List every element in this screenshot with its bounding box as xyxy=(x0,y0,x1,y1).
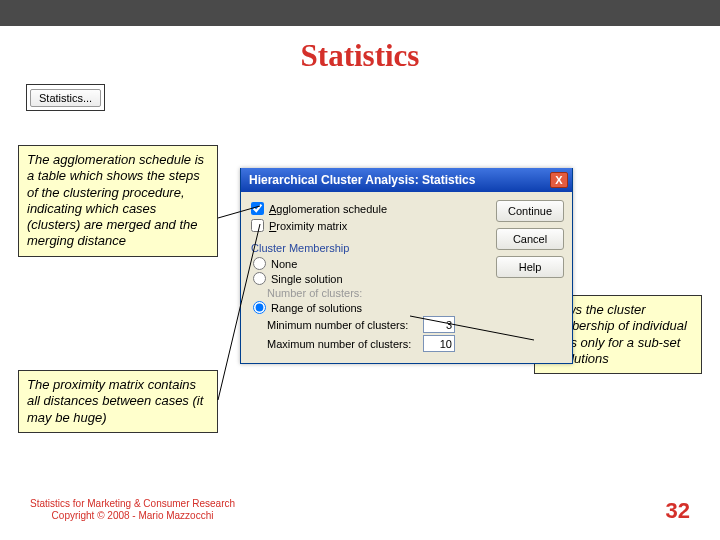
checkbox-agglomeration[interactable] xyxy=(251,202,264,215)
dialog-title-text: Hierarchical Cluster Analysis: Statistic… xyxy=(249,173,475,187)
input-max-clusters[interactable] xyxy=(423,335,455,352)
footer-copyright: Statistics for Marketing & Consumer Rese… xyxy=(30,498,235,522)
label-proximity: Proximity matrix xyxy=(269,220,347,232)
dialog-hierarchical-cluster-statistics: Hierarchical Cluster Analysis: Statistic… xyxy=(240,168,573,364)
radio-single[interactable] xyxy=(253,272,266,285)
cancel-button[interactable]: Cancel xyxy=(496,228,564,250)
dialog-titlebar: Hierarchical Cluster Analysis: Statistic… xyxy=(241,168,572,192)
help-button[interactable]: Help xyxy=(496,256,564,278)
group-cluster-membership: Cluster Membership xyxy=(251,242,486,254)
label-agglomeration: Agglomeration schedule xyxy=(269,203,387,215)
radio-range[interactable] xyxy=(253,301,266,314)
continue-button[interactable]: Continue xyxy=(496,200,564,222)
label-max-clusters: Maximum number of clusters: xyxy=(267,338,417,350)
statistics-button-snapshot: Statistics... xyxy=(26,84,105,111)
callout-proximity: The proximity matrix contains all distan… xyxy=(18,370,218,433)
input-min-clusters[interactable] xyxy=(423,316,455,333)
close-icon[interactable]: X xyxy=(550,172,568,188)
label-range: Range of solutions xyxy=(271,302,362,314)
footer-line1: Statistics for Marketing & Consumer Rese… xyxy=(30,498,235,510)
label-number-clusters: Number of clusters: xyxy=(267,287,417,299)
top-bar xyxy=(0,0,720,26)
footer-line2: Copyright © 2008 - Mario Mazzocchi xyxy=(30,510,235,522)
label-min-clusters: Minimum number of clusters: xyxy=(267,319,417,331)
callout-agglomeration: The agglomeration schedule is a table wh… xyxy=(18,145,218,257)
checkbox-proximity[interactable] xyxy=(251,219,264,232)
statistics-button[interactable]: Statistics... xyxy=(30,89,101,107)
radio-none[interactable] xyxy=(253,257,266,270)
label-none: None xyxy=(271,258,297,270)
page-title: Statistics xyxy=(0,38,720,74)
label-single: Single solution xyxy=(271,273,343,285)
page-number: 32 xyxy=(666,498,690,524)
